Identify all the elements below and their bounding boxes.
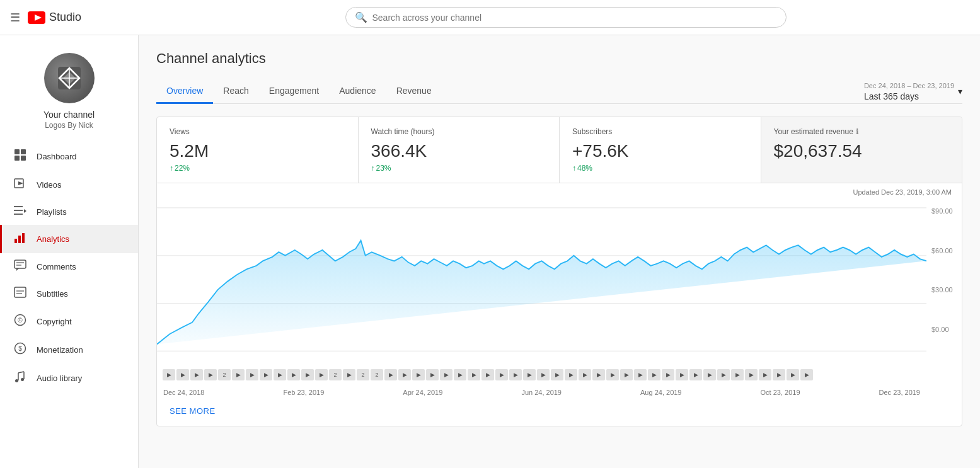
video-marker[interactable]: ▶	[676, 369, 688, 380]
watch-time-label: Watch time (hours)	[371, 127, 547, 136]
video-marker[interactable]: ▶	[468, 369, 480, 380]
date-range-selector[interactable]: Dec 24, 2018 – Dec 23, 2019 Last 365 day…	[864, 81, 962, 101]
chart-y-labels: $90.00 $60.00 $30.00 $0.00	[926, 201, 962, 340]
logo[interactable]: Studio	[28, 11, 81, 24]
video-marker[interactable]: ▶	[703, 369, 716, 380]
sidebar-item-analytics[interactable]: Analytics	[0, 225, 138, 253]
youtube-icon	[28, 11, 45, 24]
tab-engagement[interactable]: Engagement	[259, 79, 329, 104]
sidebar-label-dashboard: Dashboard	[37, 152, 77, 161]
video-marker[interactable]: ▶	[731, 369, 744, 380]
studio-label: Studio	[49, 11, 81, 24]
video-marker[interactable]: ▶	[606, 369, 619, 380]
video-marker[interactable]: ▶	[689, 369, 702, 380]
video-marker-group[interactable]: 2	[357, 369, 369, 380]
subtitles-icon	[13, 287, 28, 301]
sidebar-item-copyright[interactable]: © Copyright	[0, 307, 138, 336]
date-period-label: Last 365 days	[864, 91, 954, 101]
video-marker[interactable]: ▶	[190, 369, 203, 380]
main-content: Channel analytics Overview Reach Engagem…	[139, 35, 980, 468]
video-marker[interactable]: ▶	[537, 369, 550, 380]
search-bar[interactable]: 🔍	[345, 7, 787, 28]
video-marker[interactable]: ▶	[509, 369, 522, 380]
video-marker[interactable]: ▶	[163, 369, 175, 380]
subscribers-up-arrow: ↑	[572, 164, 576, 173]
views-value: 5.2M	[170, 141, 345, 161]
video-marker[interactable]: ▶	[384, 369, 397, 380]
search-input[interactable]	[372, 13, 777, 23]
video-marker[interactable]: ▶	[565, 369, 577, 380]
tab-overview[interactable]: Overview	[156, 79, 213, 104]
video-marker[interactable]: ▶	[426, 369, 439, 380]
info-icon: ℹ	[856, 127, 859, 136]
sidebar-item-comments[interactable]: Comments	[0, 253, 138, 280]
tab-revenue[interactable]: Revenue	[386, 79, 442, 104]
video-marker[interactable]: ▶	[717, 369, 730, 380]
video-marker[interactable]: ▶	[232, 369, 245, 380]
video-marker[interactable]: ▶	[287, 369, 300, 380]
see-more-button[interactable]: SEE MORE	[157, 396, 962, 426]
video-marker[interactable]: ▶	[759, 369, 771, 380]
video-marker[interactable]: ▶	[398, 369, 411, 380]
sidebar-item-monetization[interactable]: $ Monetization	[0, 336, 138, 364]
sidebar-label-copyright: Copyright	[37, 317, 72, 326]
video-marker[interactable]: ▶	[495, 369, 508, 380]
video-marker-group[interactable]: 2	[371, 369, 383, 380]
y-label-30: $30.00	[931, 286, 957, 294]
stat-subscribers: Subscribers +75.6K ↑ 48%	[560, 117, 761, 183]
video-marker[interactable]: ▶	[787, 369, 799, 380]
video-marker[interactable]: ▶	[523, 369, 536, 380]
video-marker[interactable]: ▶	[274, 369, 286, 380]
video-marker[interactable]: ▶	[773, 369, 785, 380]
views-change: ↑ 22%	[170, 164, 345, 173]
comments-icon	[13, 260, 28, 274]
tab-reach[interactable]: Reach	[213, 79, 258, 104]
date-range-text: Dec 24, 2018 – Dec 23, 2019	[864, 81, 954, 91]
video-marker[interactable]: ▶	[301, 369, 314, 380]
sidebar-item-videos[interactable]: Videos	[0, 171, 138, 199]
channel-info: Your channel Logos By Nick	[0, 43, 138, 142]
stat-views: Views 5.2M ↑ 22%	[157, 117, 359, 183]
video-marker[interactable]: ▶	[800, 369, 813, 380]
video-marker[interactable]: ▶	[454, 369, 466, 380]
chart-x-labels: Dec 24, 2018 Feb 23, 2019 Apr 24, 2019 J…	[157, 385, 926, 396]
video-marker[interactable]: ▶	[662, 369, 674, 380]
video-marker[interactable]: ▶	[204, 369, 217, 380]
layout: Your channel Logos By Nick Dashboard Vid…	[0, 35, 980, 468]
video-marker-group[interactable]: 2	[218, 369, 231, 380]
video-marker[interactable]: ▶	[620, 369, 633, 380]
sidebar-item-playlists[interactable]: Playlists	[0, 199, 138, 225]
video-marker[interactable]: ▶	[176, 369, 189, 380]
sidebar-item-subtitles[interactable]: Subtitles	[0, 280, 138, 307]
sidebar-item-audio-library[interactable]: Audio library	[0, 364, 138, 392]
video-marker[interactable]: ▶	[343, 369, 355, 380]
subscribers-label: Subscribers	[572, 127, 748, 136]
video-marker-group[interactable]: 2	[329, 369, 342, 380]
video-marker[interactable]: ▶	[634, 369, 647, 380]
tab-audience[interactable]: Audience	[329, 79, 386, 104]
svg-rect-8	[21, 149, 26, 154]
video-marker[interactable]: ▶	[592, 369, 605, 380]
sidebar-label-audio-library: Audio library	[37, 374, 82, 383]
video-marker[interactable]: ▶	[440, 369, 453, 380]
video-marker[interactable]: ▶	[246, 369, 258, 380]
svg-marker-16	[24, 209, 26, 213]
video-marker[interactable]: ▶	[315, 369, 328, 380]
watch-time-value: 366.4K	[371, 141, 547, 161]
channel-name: Your channel	[43, 110, 95, 120]
watch-time-up-arrow: ↑	[371, 164, 375, 173]
video-marker[interactable]: ▶	[579, 369, 591, 380]
video-marker[interactable]: ▶	[260, 369, 272, 380]
video-marker[interactable]: ▶	[412, 369, 425, 380]
video-marker[interactable]: ▶	[745, 369, 758, 380]
subscribers-change: ↑ 48%	[572, 164, 748, 173]
video-marker[interactable]: ▶	[648, 369, 660, 380]
x-label-feb19: Feb 23, 2019	[283, 389, 324, 396]
dashboard-icon	[13, 149, 28, 164]
hamburger-icon[interactable]: ☰	[10, 11, 20, 25]
video-marker[interactable]: ▶	[551, 369, 563, 380]
video-marker[interactable]: ▶	[481, 369, 494, 380]
svg-marker-12	[18, 181, 23, 185]
sidebar-item-dashboard[interactable]: Dashboard	[0, 142, 138, 171]
monetization-icon: $	[13, 342, 28, 358]
